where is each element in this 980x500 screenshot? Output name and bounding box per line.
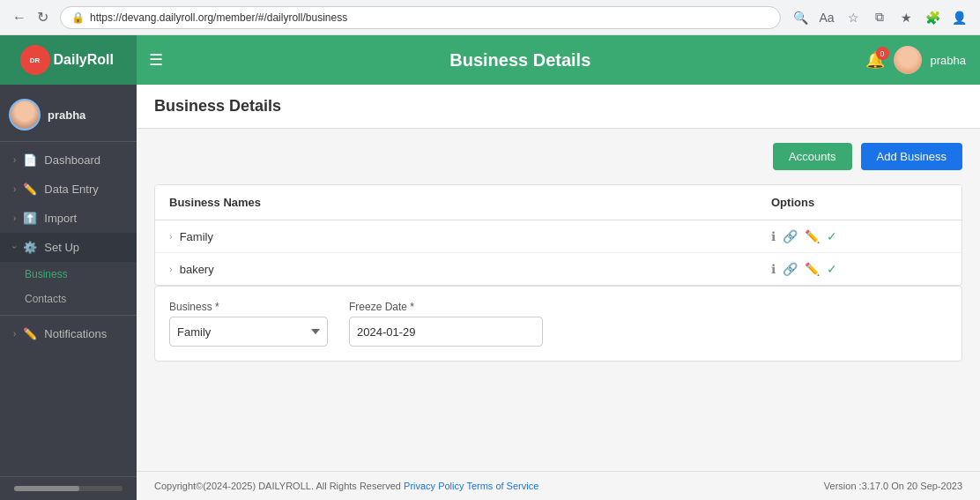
- business-name-family: Family: [180, 230, 771, 243]
- back-button[interactable]: ←: [11, 9, 28, 26]
- navbar-right: 🔔 0 prabha: [865, 46, 980, 74]
- terms-of-service-link[interactable]: Terms of Service: [466, 481, 538, 491]
- check-icon[interactable]: ✓: [827, 229, 837, 243]
- footer-copyright: Copyright©(2024-2025) DAILYROLL. All Rig…: [154, 481, 404, 491]
- table-row: › bakery ℹ 🔗 ✏️ ✓: [155, 253, 961, 285]
- privacy-policy-link[interactable]: Privacy Policy: [404, 481, 464, 491]
- sidebar-item-business[interactable]: Business: [0, 262, 137, 287]
- sidebar-avatar: [9, 99, 41, 131]
- logo-area: DR DailyRoll: [0, 35, 137, 85]
- edit-icon[interactable]: ✏️: [805, 262, 820, 276]
- col-options: Options: [771, 196, 947, 209]
- scroll-bar: [14, 486, 122, 491]
- info-icon[interactable]: ℹ: [771, 262, 776, 276]
- footer: Copyright©(2024-2025) DAILYROLL. All Rig…: [137, 471, 980, 500]
- business-table: Business Names Options › Family ℹ 🔗 ✏️ ✓: [154, 184, 962, 286]
- dashboard-icon: 📄: [23, 153, 37, 167]
- extensions-icon[interactable]: 🧩: [922, 7, 943, 28]
- scroll-thumb: [14, 486, 79, 491]
- table-row: › Family ℹ 🔗 ✏️ ✓: [155, 220, 961, 253]
- browser-chrome: ← ↻ 🔒 https://devang.dailyroll.org/membe…: [0, 0, 980, 35]
- address-bar[interactable]: 🔒 https://devang.dailyroll.org/member/#/…: [60, 6, 781, 29]
- business-label: Business *: [169, 301, 328, 313]
- sidebar-item-notifications[interactable]: › ✏️ Notifications: [0, 319, 137, 348]
- sidebar-user: prabha: [0, 85, 137, 142]
- sidebar-label-notifications: Notifications: [44, 327, 107, 340]
- freeze-date-input[interactable]: [349, 317, 543, 347]
- sidebar-label-dashboard: Dashboard: [44, 153, 100, 167]
- link-icon[interactable]: 🔗: [783, 262, 798, 276]
- main-area: prabha › 📄 Dashboard › ✏️ Data Entry ›: [0, 85, 980, 500]
- read-aloud-icon[interactable]: Aa: [816, 7, 837, 28]
- url-text: https://devang.dailyroll.org/member/#/da…: [90, 11, 347, 24]
- form-section: Business * Family bakery Freeze Date *: [154, 286, 962, 362]
- sidebar-item-data-entry[interactable]: › ✏️ Data Entry: [0, 175, 137, 204]
- sidebar-label-setup: Set Up: [44, 241, 79, 254]
- profile-icon[interactable]: 👤: [948, 7, 969, 28]
- hamburger-button[interactable]: ☰: [137, 50, 175, 70]
- content-body: Accounts Add Business Business Names Opt…: [137, 129, 980, 471]
- row-expand-icon[interactable]: ›: [169, 264, 173, 274]
- info-icon[interactable]: ℹ: [771, 229, 776, 243]
- sidebar-label-business: Business: [25, 268, 68, 280]
- check-icon[interactable]: ✓: [827, 262, 837, 276]
- setup-icon: ⚙️: [23, 241, 37, 254]
- top-navbar: DR DailyRoll ☰ Business Details 🔔 0 prab…: [0, 35, 980, 85]
- sidebar-divider: [0, 315, 137, 316]
- col-business-names: Business Names: [169, 196, 771, 209]
- freeze-date-form-group: Freeze Date *: [349, 301, 543, 347]
- sidebar-label-import: Import: [44, 212, 77, 225]
- accounts-button[interactable]: Accounts: [773, 143, 851, 170]
- footer-left: Copyright©(2024-2025) DAILYROLL. All Rig…: [154, 481, 538, 491]
- row-options-family: ℹ 🔗 ✏️ ✓: [771, 229, 947, 243]
- sidebar-label-contacts: Contacts: [25, 293, 66, 305]
- chevron-icon: ›: [13, 155, 16, 165]
- sidebar-item-import[interactable]: › ⬆️ Import: [0, 204, 137, 233]
- import-icon: ⬆️: [23, 212, 37, 225]
- freeze-date-label: Freeze Date *: [349, 301, 543, 313]
- app-wrapper: DR DailyRoll ☰ Business Details 🔔 0 prab…: [0, 35, 980, 500]
- edit-icon[interactable]: ✏️: [805, 229, 820, 243]
- sidebar-username: prabha: [48, 108, 85, 122]
- table-header: Business Names Options: [155, 185, 961, 220]
- action-bar: Accounts Add Business: [154, 143, 962, 170]
- sidebar-item-setup[interactable]: › ⚙️ Set Up: [0, 233, 137, 262]
- business-name-bakery: bakery: [180, 263, 771, 276]
- browser-nav-buttons: ← ↻: [11, 9, 51, 26]
- logo-circle: DR: [20, 45, 50, 75]
- business-select[interactable]: Family bakery: [169, 317, 328, 347]
- page-title: Business Details: [154, 97, 962, 116]
- data-entry-icon: ✏️: [23, 183, 37, 196]
- row-expand-icon[interactable]: ›: [169, 231, 173, 242]
- favorites-icon[interactable]: ☆: [843, 7, 864, 28]
- sidebar-nav: › 📄 Dashboard › ✏️ Data Entry › ⬆️ Impor…: [0, 142, 137, 476]
- content-area: Business Details Accounts Add Business B…: [137, 85, 980, 500]
- row-options-bakery: ℹ 🔗 ✏️ ✓: [771, 262, 947, 276]
- user-avatar[interactable]: [894, 46, 922, 74]
- page-header: Business Details: [137, 85, 980, 129]
- chevron-icon: ›: [13, 329, 16, 339]
- bookmark-icon[interactable]: ★: [895, 7, 917, 28]
- business-form-group: Business * Family bakery: [169, 301, 328, 347]
- logo-text: DailyRoll: [54, 52, 114, 68]
- notification-bell[interactable]: 🔔 0: [865, 50, 885, 70]
- zoom-icon[interactable]: 🔍: [790, 7, 811, 28]
- navbar-title: Business Details: [175, 50, 865, 71]
- sidebar-item-contacts[interactable]: Contacts: [0, 287, 137, 311]
- browser-toolbar: 🔍 Aa ☆ ⧉ ★ 🧩 👤: [790, 7, 969, 28]
- footer-version: Version :3.17.0 On 20 Sep-2023: [824, 481, 962, 491]
- lock-icon: 🔒: [71, 11, 85, 24]
- add-business-button[interactable]: Add Business: [861, 143, 963, 170]
- sidebar-item-dashboard[interactable]: › 📄 Dashboard: [0, 146, 137, 175]
- notification-badge: 0: [876, 47, 889, 60]
- split-view-icon[interactable]: ⧉: [869, 7, 890, 28]
- sidebar-scrollbar[interactable]: [0, 476, 137, 500]
- sidebar-label-data-entry: Data Entry: [44, 183, 98, 196]
- navbar-username: prabha: [931, 54, 966, 67]
- chevron-down-icon: ›: [10, 246, 19, 249]
- notifications-icon: ✏️: [23, 327, 37, 340]
- link-icon[interactable]: 🔗: [783, 229, 798, 243]
- reload-button[interactable]: ↻: [33, 9, 51, 26]
- chevron-icon: ›: [13, 213, 16, 223]
- chevron-icon: ›: [13, 184, 16, 194]
